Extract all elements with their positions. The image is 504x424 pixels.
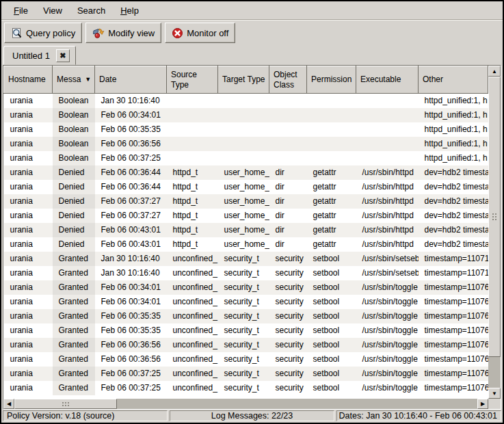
- cell: urania: [4, 94, 53, 108]
- modify-view-label: Modify view: [108, 28, 155, 38]
- cell: security: [269, 338, 307, 352]
- cell: security: [269, 295, 307, 309]
- log-table-body: uraniaBooleanJan 30 10:16:40httpd_unifie…: [4, 94, 488, 395]
- table-row[interactable]: uraniaGrantedFeb 06 00:37:25unconfined_s…: [4, 381, 488, 395]
- cell: /usr/sbin/httpd: [356, 165, 419, 180]
- cell: [218, 94, 269, 108]
- cell: user_home_: [218, 209, 269, 223]
- column-header-hostname[interactable]: Hostname: [4, 66, 53, 94]
- column-header-executable[interactable]: Executable: [356, 66, 419, 94]
- cell: unconfined_: [167, 309, 218, 323]
- table-row[interactable]: uraniaGrantedFeb 06 00:37:25unconfined_s…: [4, 367, 488, 381]
- cell: [218, 108, 269, 122]
- column-header-object-class[interactable]: Object Class: [269, 66, 307, 94]
- table-row[interactable]: uraniaGrantedFeb 06 00:36:56unconfined_s…: [4, 338, 488, 352]
- table-row[interactable]: uraniaDeniedFeb 06 00:43:01httpd_tuser_h…: [4, 237, 488, 252]
- table-row[interactable]: uraniaDeniedFeb 06 00:37:27httpd_tuser_h…: [4, 209, 488, 223]
- cell: /usr/sbin/toggle: [356, 338, 419, 352]
- cell: security_t: [218, 295, 269, 309]
- cell: security: [269, 323, 307, 338]
- horizontal-scrollbar-thumb[interactable]: [14, 399, 117, 409]
- table-row[interactable]: uraniaGrantedFeb 06 00:35:35unconfined_s…: [4, 309, 488, 323]
- vertical-scrollbar[interactable]: ▲ ▼: [488, 66, 501, 399]
- column-header-message[interactable]: Messa▼: [53, 66, 95, 94]
- vertical-scrollbar-track[interactable]: [488, 77, 501, 388]
- tab-close-button[interactable]: ✖: [56, 49, 70, 62]
- table-row[interactable]: uraniaBooleanFeb 06 00:36:56httpd_unifie…: [4, 137, 488, 151]
- table-row[interactable]: uraniaBooleanFeb 06 00:35:35httpd_unifie…: [4, 122, 488, 137]
- scroll-right-button[interactable]: ▶: [477, 399, 488, 409]
- table-row[interactable]: uraniaGrantedJan 30 10:16:40unconfined_s…: [4, 252, 488, 266]
- column-header-date[interactable]: Date: [95, 66, 167, 94]
- table-row[interactable]: uraniaDeniedFeb 06 00:36:44httpd_tuser_h…: [4, 165, 488, 180]
- log-table-viewport: Hostname Messa▼ Date Source Type Target …: [3, 66, 488, 399]
- cell: /usr/sbin/setseb: [356, 266, 419, 280]
- cell: Jan 30 10:16:40: [95, 266, 167, 280]
- horizontal-scrollbar[interactable]: ◀ ▶: [3, 399, 488, 409]
- table-row[interactable]: uraniaDeniedFeb 06 00:43:01httpd_tuser_h…: [4, 223, 488, 237]
- cell: Feb 06 00:34:01: [95, 280, 167, 295]
- cell: Denied: [53, 237, 95, 252]
- table-row[interactable]: uraniaDeniedFeb 06 00:36:44httpd_tuser_h…: [4, 180, 488, 194]
- cell: Granted: [53, 323, 95, 338]
- cell: Feb 06 00:37:27: [95, 194, 167, 209]
- modify-view-button[interactable]: Modify view: [85, 23, 161, 43]
- cell: dev=hdb2 timesta: [419, 209, 488, 223]
- scroll-left-button[interactable]: ◀: [3, 399, 14, 409]
- menu-help[interactable]: Help: [113, 2, 146, 19]
- cell: urania: [4, 352, 53, 367]
- menu-view[interactable]: View: [36, 2, 70, 19]
- cell: urania: [4, 122, 53, 137]
- column-header-other[interactable]: Other: [419, 66, 488, 94]
- table-row[interactable]: uraniaBooleanFeb 06 00:34:01httpd_unifie…: [4, 108, 488, 122]
- column-header-target-type[interactable]: Target Type: [218, 66, 269, 94]
- cell: Feb 06 00:35:35: [95, 323, 167, 338]
- cell: Feb 06 00:43:01: [95, 237, 167, 252]
- scroll-right-icon: ▶: [481, 401, 485, 407]
- table-row[interactable]: uraniaGrantedFeb 06 00:34:01unconfined_s…: [4, 295, 488, 309]
- cell: Feb 06 00:34:01: [95, 108, 167, 122]
- cell: unconfined_: [167, 352, 218, 367]
- cell: Boolean: [53, 137, 95, 151]
- column-header-source-type[interactable]: Source Type: [167, 66, 218, 94]
- cell: urania: [4, 280, 53, 295]
- cell: [167, 94, 218, 108]
- cell: /usr/sbin/toggle: [356, 352, 419, 367]
- cell: Denied: [53, 165, 95, 180]
- table-row[interactable]: uraniaGrantedFeb 06 00:35:35unconfined_s…: [4, 323, 488, 338]
- cell: setbool: [307, 252, 356, 266]
- cell: unconfined_: [167, 295, 218, 309]
- cell: Feb 06 00:36:56: [95, 137, 167, 151]
- cell: Boolean: [53, 108, 95, 122]
- cell: /usr/sbin/httpd: [356, 209, 419, 223]
- cell: [307, 151, 356, 165]
- cell: unconfined_: [167, 252, 218, 266]
- tab-untitled-1[interactable]: Untitled 1 ✖: [3, 46, 76, 65]
- cell: [269, 122, 307, 137]
- vertical-scrollbar-thumb[interactable]: [488, 77, 501, 357]
- column-header-permission[interactable]: Permission: [307, 66, 356, 94]
- horizontal-scrollbar-track[interactable]: [14, 399, 477, 409]
- query-policy-button[interactable]: Query policy: [4, 23, 82, 43]
- table-row[interactable]: uraniaBooleanFeb 06 00:37:25httpd_unifie…: [4, 151, 488, 165]
- scrollbar-grip: [492, 213, 494, 215]
- table-row[interactable]: uraniaGrantedJan 30 10:16:40unconfined_s…: [4, 266, 488, 280]
- scroll-down-button[interactable]: ▼: [488, 388, 501, 399]
- cell: user_home_: [218, 165, 269, 180]
- cell: timestamp=11071: [419, 266, 488, 280]
- cell: /usr/sbin/toggle: [356, 381, 419, 395]
- table-row[interactable]: uraniaGrantedFeb 06 00:36:56unconfined_s…: [4, 352, 488, 367]
- table-row[interactable]: uraniaBooleanJan 30 10:16:40httpd_unifie…: [4, 94, 488, 108]
- scroll-up-button[interactable]: ▲: [488, 66, 501, 77]
- monitor-off-button[interactable]: Monitor off: [165, 23, 235, 43]
- table-row[interactable]: uraniaDeniedFeb 06 00:37:27httpd_tuser_h…: [4, 194, 488, 209]
- cell: user_home_: [218, 223, 269, 237]
- cell: urania: [4, 323, 53, 338]
- table-row[interactable]: uraniaGrantedFeb 06 00:34:01unconfined_s…: [4, 280, 488, 295]
- log-scrolled-window: Hostname Messa▼ Date Source Type Target …: [3, 65, 501, 410]
- menu-search[interactable]: Search: [70, 2, 113, 19]
- menu-file[interactable]: File: [6, 2, 36, 19]
- cell: urania: [4, 137, 53, 151]
- log-table: Hostname Messa▼ Date Source Type Target …: [3, 66, 488, 395]
- cell: Boolean: [53, 94, 95, 108]
